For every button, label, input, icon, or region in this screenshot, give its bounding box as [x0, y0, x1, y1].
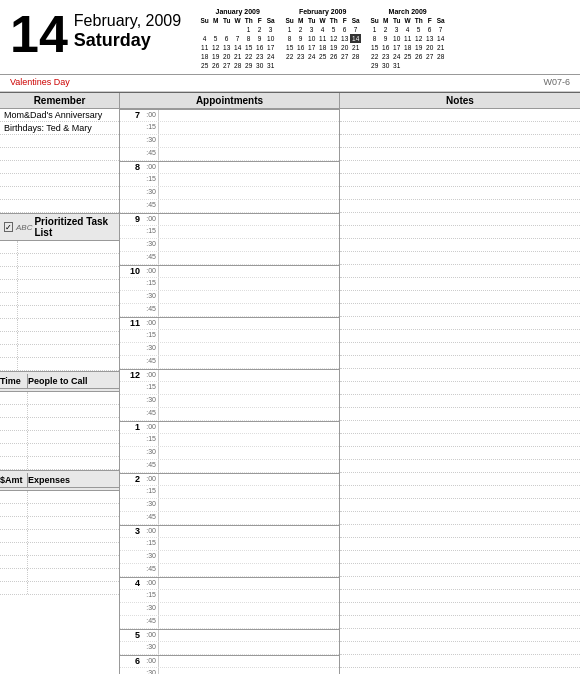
task-line-0: [0, 241, 119, 254]
notes-line-11[interactable]: [340, 252, 580, 265]
task-line-4: [0, 293, 119, 306]
appointments-header: Appointments: [120, 93, 339, 109]
task-abc-label: ABC: [16, 223, 32, 232]
notes-line-30[interactable]: [340, 499, 580, 512]
remember-item-6[interactable]: [0, 187, 119, 200]
notes-line-2[interactable]: [340, 135, 580, 148]
notes-line-8[interactable]: [340, 213, 580, 226]
notes-line-9[interactable]: [340, 226, 580, 239]
notes-line-25[interactable]: [340, 434, 580, 447]
jan-table: SuMTuWThFSa 123 45678910 11121314151617 …: [199, 16, 276, 70]
day-info: February, 2009 Saturday: [74, 8, 181, 51]
slot-1-15: :15: [120, 434, 339, 447]
slot-5-30: :30: [120, 642, 339, 655]
task-line-9: [0, 358, 119, 371]
notes-line-42[interactable]: [340, 655, 580, 668]
notes-line-35[interactable]: [340, 564, 580, 577]
notes-line-21[interactable]: [340, 382, 580, 395]
notes-line-41[interactable]: [340, 642, 580, 655]
notes-line-3[interactable]: [340, 148, 580, 161]
slot-6-00: 6 :00: [120, 655, 339, 668]
header: 14 February, 2009 Saturday January 2009 …: [0, 0, 580, 75]
remember-item-1[interactable]: Birthdays: Ted & Mary: [0, 122, 119, 135]
slot-11-15: :15: [120, 330, 339, 343]
notes-line-19[interactable]: [340, 356, 580, 369]
notes-line-32[interactable]: [340, 525, 580, 538]
slot-1-00: 1 :00: [120, 421, 339, 434]
notes-line-0[interactable]: [340, 109, 580, 122]
notes-line-43[interactable]: [340, 668, 580, 674]
remember-item-0[interactable]: Mom&Dad's Anniversary: [0, 109, 119, 122]
task-checkbox[interactable]: ✓: [4, 222, 13, 232]
notes-line-14[interactable]: [340, 291, 580, 304]
task-line-7: [0, 332, 119, 345]
notes-line-10[interactable]: [340, 239, 580, 252]
slot-4-30: :30: [120, 603, 339, 616]
task-title: Prioritized Task List: [34, 216, 115, 238]
notes-line-29[interactable]: [340, 486, 580, 499]
notes-line-4[interactable]: [340, 161, 580, 174]
left-panel: Remember Mom&Dad's Anniversary Birthdays…: [0, 93, 120, 674]
remember-item-2[interactable]: [0, 135, 119, 148]
remember-item-7[interactable]: [0, 200, 119, 213]
people-lines: [0, 392, 119, 470]
notes-line-17[interactable]: [340, 330, 580, 343]
notes-line-34[interactable]: [340, 551, 580, 564]
remember-item-3[interactable]: [0, 148, 119, 161]
notes-line-37[interactable]: [340, 590, 580, 603]
slot-9-15: :15: [120, 226, 339, 239]
exp-line-3: [0, 530, 119, 543]
slot-9-45: :45: [120, 252, 339, 265]
slot-11-30: :30: [120, 343, 339, 356]
expenses-amt-label: $Amt: [0, 473, 28, 488]
notes-line-18[interactable]: [340, 343, 580, 356]
notes-line-16[interactable]: [340, 317, 580, 330]
expenses-section: $Amt Expenses: [0, 471, 119, 674]
people-line-3: [0, 431, 119, 444]
notes-line-6[interactable]: [340, 187, 580, 200]
exp-line-5: [0, 556, 119, 569]
notes-line-28[interactable]: [340, 473, 580, 486]
notes-header: Notes: [340, 93, 580, 109]
people-line-5: [0, 457, 119, 470]
main-area: Remember Mom&Dad's Anniversary Birthdays…: [0, 92, 580, 674]
notes-line-15[interactable]: [340, 304, 580, 317]
notes-line-12[interactable]: [340, 265, 580, 278]
notes-line-22[interactable]: [340, 395, 580, 408]
notes-line-13[interactable]: [340, 278, 580, 291]
notes-line-20[interactable]: [340, 369, 580, 382]
slot-4-45: :45: [120, 616, 339, 629]
notes-line-1[interactable]: [340, 122, 580, 135]
slot-1-30: :30: [120, 447, 339, 460]
slot-8-45: :45: [120, 200, 339, 213]
notes-line-36[interactable]: [340, 577, 580, 590]
people-line-0: [0, 392, 119, 405]
notes-line-33[interactable]: [340, 538, 580, 551]
jan-calendar: January 2009 SuMTuWThFSa 123 45678910 11…: [199, 8, 276, 70]
appointments-panel: Appointments 7 :00 :15 :30: [120, 93, 340, 674]
remember-item-4[interactable]: [0, 161, 119, 174]
slot-7-00: 7 :00: [120, 109, 339, 122]
notes-line-40[interactable]: [340, 629, 580, 642]
notes-line-38[interactable]: [340, 603, 580, 616]
notes-line-23[interactable]: [340, 408, 580, 421]
day-name: Saturday: [74, 30, 181, 51]
notes-line-5[interactable]: [340, 174, 580, 187]
notes-line-7[interactable]: [340, 200, 580, 213]
people-line-2: [0, 418, 119, 431]
mini-calendars: January 2009 SuMTuWThFSa 123 45678910 11…: [199, 8, 446, 70]
slot-3-15: :15: [120, 538, 339, 551]
notes-line-27[interactable]: [340, 460, 580, 473]
notes-line-24[interactable]: [340, 421, 580, 434]
slot-1-45: :45: [120, 460, 339, 473]
notes-line-31[interactable]: [340, 512, 580, 525]
week-code: W07-6: [543, 77, 570, 87]
notes-panel: Notes: [340, 93, 580, 674]
notes-line-26[interactable]: [340, 447, 580, 460]
slot-8-00: 8 :00: [120, 161, 339, 174]
people-time-label: Time: [0, 374, 28, 389]
notes-line-39[interactable]: [340, 616, 580, 629]
remember-item-5[interactable]: [0, 174, 119, 187]
exp-line-1: [0, 504, 119, 517]
slot-9-30: :30: [120, 239, 339, 252]
